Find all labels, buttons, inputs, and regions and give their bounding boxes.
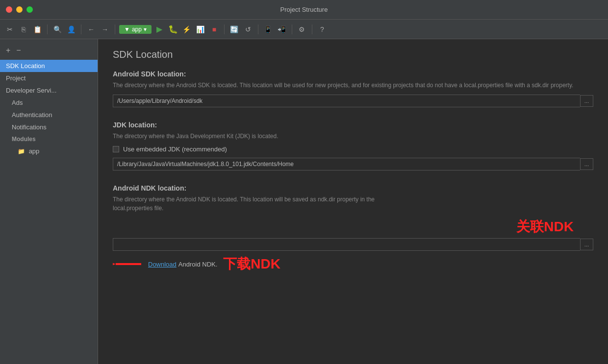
ndk-browse-button[interactable]: ... xyxy=(580,239,593,250)
sidebar-item-project[interactable]: Project xyxy=(0,72,98,84)
arrow-container xyxy=(113,257,142,271)
android-sdk-description: The directory where the Android SDK is l… xyxy=(113,81,593,90)
content-area: SDK Location Android SDK location: The d… xyxy=(98,39,608,364)
dropdown-icon: ▾ xyxy=(144,26,147,33)
embedded-jdk-checkbox[interactable] xyxy=(113,146,119,152)
add-item-button[interactable]: + xyxy=(4,45,12,56)
page-title: SDK Location xyxy=(113,49,593,60)
device-button[interactable]: 📱 xyxy=(262,24,274,35)
sidebar-toolbar: + − xyxy=(0,43,98,60)
sidebar-item-app[interactable]: 📁 app xyxy=(0,145,98,157)
sidebar-item-label: app xyxy=(29,147,40,155)
sdk-manager-button[interactable]: ⚙ xyxy=(296,24,308,35)
debug-button[interactable]: 🐛 xyxy=(167,24,179,35)
separator-7 xyxy=(312,24,312,34)
download-annotation-row: Download Android NDK. 下载NDK xyxy=(113,255,593,273)
titlebar: Project Structure xyxy=(0,0,608,20)
android-sdk-path-input[interactable] xyxy=(113,95,580,107)
ndk-path-row: ... xyxy=(113,238,593,251)
attach-debugger-button[interactable]: ⚡ xyxy=(181,24,193,35)
android-sdk-browse-button[interactable]: ... xyxy=(580,95,593,107)
jdk-browse-button[interactable]: ... xyxy=(580,158,593,170)
cut-button[interactable]: ✂ xyxy=(4,24,16,35)
download-ndk-link[interactable]: Download xyxy=(148,261,177,268)
help-button[interactable]: ? xyxy=(316,24,328,35)
profile-button[interactable]: 📊 xyxy=(195,24,206,35)
remove-item-button[interactable]: − xyxy=(14,45,23,56)
close-button[interactable] xyxy=(6,6,12,13)
find-button[interactable]: 🔍 xyxy=(51,24,63,35)
run-config-label: app xyxy=(132,26,142,33)
android-sdk-section: Android SDK location: The directory wher… xyxy=(113,70,593,107)
download-row: Download Android NDK. xyxy=(148,261,217,268)
separator-4 xyxy=(224,24,225,34)
copy-button[interactable]: ⎘ xyxy=(18,24,29,35)
paste-button[interactable]: 📋 xyxy=(31,24,43,35)
separator-6 xyxy=(292,24,292,34)
sidebar-item-label: Developer Servi... xyxy=(6,87,56,94)
download-ndk-suffix: Android NDK. xyxy=(178,261,217,268)
separator-1 xyxy=(47,24,48,34)
sidebar: + − SDK Location Project Developer Servi… xyxy=(0,39,98,364)
android-sdk-title: Android SDK location: xyxy=(113,70,593,78)
minimize-button[interactable] xyxy=(16,6,23,13)
reload-button[interactable]: ↺ xyxy=(242,24,254,35)
sidebar-item-sdk-location[interactable]: SDK Location xyxy=(0,60,98,72)
sidebar-item-authentication[interactable]: Authentication xyxy=(0,109,98,121)
sidebar-item-label: Project xyxy=(6,74,25,82)
embedded-jdk-label: Use embedded JDK (recommended) xyxy=(123,146,227,153)
run-config-icon: ▼ xyxy=(124,26,130,33)
jdk-description: The directory where the Java Development… xyxy=(113,132,593,141)
separator-5 xyxy=(258,24,258,34)
sidebar-item-modules-header: Modules xyxy=(0,133,98,145)
red-arrow-icon xyxy=(113,257,142,271)
sidebar-item-label: Ads xyxy=(12,99,23,106)
ndk-annotation-row: 关联NDK xyxy=(113,218,593,236)
jdk-title: JDK location: xyxy=(113,121,593,129)
avd-button[interactable]: 📲 xyxy=(276,24,288,35)
toolbar: ✂ ⎘ 📋 🔍 👤 ← → ▼ app ▾ ▶ 🐛 ⚡ 📊 ■ 🔄 ↺ 📱 📲 … xyxy=(0,20,608,39)
stop-button[interactable]: ■ xyxy=(208,24,220,35)
maximize-button[interactable] xyxy=(26,6,33,13)
sidebar-item-label: Notifications xyxy=(12,123,47,131)
ndk-associate-annotation: 关联NDK xyxy=(516,218,574,236)
android-ndk-section: Android NDK location: The directory wher… xyxy=(113,184,593,273)
android-sdk-path-row: ... xyxy=(113,95,593,107)
sidebar-item-label: SDK Location xyxy=(6,62,45,70)
forward-button[interactable]: → xyxy=(99,24,111,35)
sidebar-item-ads[interactable]: Ads xyxy=(0,97,98,109)
sidebar-item-label: Authentication xyxy=(12,111,52,119)
embedded-jdk-row: Use embedded JDK (recommended) xyxy=(113,146,593,153)
separator-3 xyxy=(115,24,115,34)
folder-icon: 📁 xyxy=(18,148,25,155)
sidebar-section-label: Modules xyxy=(12,136,36,143)
jdk-path-input[interactable] xyxy=(113,158,580,170)
replace-button[interactable]: 👤 xyxy=(65,24,77,35)
sidebar-item-developer-services[interactable]: Developer Servi... xyxy=(0,84,98,97)
run-button[interactable]: ▶ xyxy=(153,24,165,35)
android-ndk-title: Android NDK location: xyxy=(113,184,593,192)
window-title: Project Structure xyxy=(280,6,328,13)
jdk-section: JDK location: The directory where the Ja… xyxy=(113,121,593,170)
download-ndk-annotation: 下载NDK xyxy=(223,255,280,273)
sidebar-item-notifications[interactable]: Notifications xyxy=(0,121,98,133)
separator-2 xyxy=(81,24,81,34)
sync-button[interactable]: 🔄 xyxy=(228,24,240,35)
ndk-path-input[interactable] xyxy=(113,238,580,251)
window-controls xyxy=(6,6,33,13)
back-button[interactable]: ← xyxy=(85,24,97,35)
run-config-button[interactable]: ▼ app ▾ xyxy=(119,25,152,34)
jdk-path-row: ... xyxy=(113,158,593,170)
android-ndk-description: The directory where the Android NDK is l… xyxy=(113,195,593,213)
main-layout: + − SDK Location Project Developer Servi… xyxy=(0,39,608,364)
